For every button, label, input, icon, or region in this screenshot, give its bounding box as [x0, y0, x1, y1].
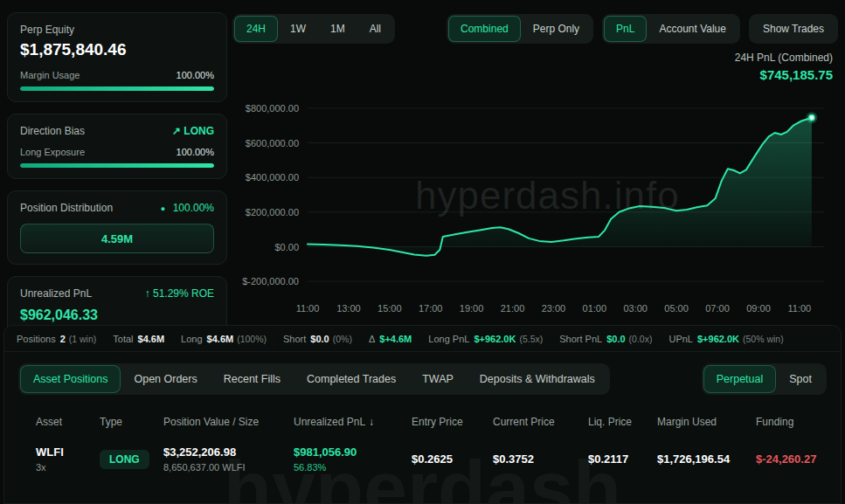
tab-spot[interactable]: Spot — [777, 366, 824, 392]
svg-text:09:00: 09:00 — [746, 303, 771, 314]
account-value-view-button[interactable]: Account Value — [648, 17, 738, 41]
cell-funding: $-24,260.27 — [756, 452, 841, 466]
stat-long: Long$4.6M(100%) — [181, 334, 267, 344]
position-distribution-box[interactable]: 4.59M — [20, 224, 214, 253]
svg-text:01:00: 01:00 — [583, 303, 607, 314]
tab-open-orders[interactable]: Open Orders — [121, 366, 209, 392]
perp-only-button[interactable]: Perp Only — [522, 17, 591, 41]
chart-toolbar: 24H 1W 1M All Combined Perp Only PnL Acc… — [232, 7, 838, 44]
header-position-value[interactable]: Position Value / Size — [163, 416, 294, 428]
positions-table: Asset Type Position Value / Size Unreali… — [4, 416, 841, 473]
chart-canvas: $-200,000.00$0.00$200,000.00$400,000.00$… — [232, 84, 838, 321]
svg-text:03:00: 03:00 — [623, 303, 648, 314]
stat-long-pnl: Long PnL$+962.0K(5.5x) — [428, 334, 543, 344]
unrealized-pnl-value: $962,046.33 — [20, 307, 214, 323]
range-1m-button[interactable]: 1M — [319, 17, 357, 41]
chart-header: 24H PnL (Combined) $745,185.75 — [232, 44, 838, 84]
svg-text:19:00: 19:00 — [460, 303, 484, 314]
show-trades-group: Show Trades — [749, 14, 838, 44]
cell-liq-price: $0.2117 — [588, 452, 657, 466]
long-badge: LONG — [100, 450, 149, 469]
chart-title: 24H PnL (Combined) — [232, 52, 833, 64]
market-type-group: Perpetual Spot — [702, 363, 827, 395]
range-24h-button[interactable]: 24H — [235, 17, 277, 41]
header-liq-price[interactable]: Liq. Price — [588, 416, 657, 428]
positions-panel: hyperdash Positions2(1 win) Total$4.6M L… — [3, 325, 842, 504]
long-exposure-value: 100.00% — [177, 147, 214, 157]
svg-text:$-200,000.00: $-200,000.00 — [242, 276, 299, 287]
header-funding[interactable]: Funding — [756, 416, 841, 428]
position-distribution-value: 100.00% — [173, 202, 214, 214]
distribution-dot-icon: ● — [161, 204, 165, 213]
cell-current-price: $0.3752 — [493, 452, 588, 466]
stat-delta: Δ$+4.6M — [369, 334, 412, 344]
header-asset[interactable]: Asset — [36, 416, 100, 428]
time-range-group: 24H 1W 1M All — [232, 14, 395, 44]
margin-usage-bar — [20, 86, 214, 91]
header-margin-used[interactable]: Margin Used — [657, 416, 756, 428]
stat-total: Total$4.6M — [113, 334, 164, 344]
unrealized-pnl-label: Unrealized PnL — [20, 287, 92, 300]
direction-bias-label: Direction Bias — [20, 125, 85, 137]
svg-text:$600,000.00: $600,000.00 — [246, 138, 299, 148]
pnl-chart-panel: 24H 1W 1M All Combined Perp Only PnL Acc… — [232, 7, 838, 321]
perp-equity-value: $1,875,840.46 — [20, 40, 214, 59]
header-unrealized-pnl[interactable]: Unrealized PnL↓ — [294, 416, 412, 428]
svg-text:05:00: 05:00 — [664, 303, 689, 314]
svg-text:17:00: 17:00 — [419, 303, 443, 314]
account-summary-sidebar: Perp Equity $1,875,840.46 Margin Usage 1… — [7, 12, 227, 335]
tab-completed-trades[interactable]: Completed Trades — [294, 366, 408, 392]
svg-text:11:00: 11:00 — [788, 303, 812, 314]
stat-upnl: UPnL$+962.0K(50% win) — [668, 334, 783, 344]
header-type[interactable]: Type — [100, 416, 163, 428]
tab-twap[interactable]: TWAP — [410, 366, 466, 392]
long-exposure-label: Long Exposure — [20, 147, 85, 157]
tab-deposits-withdrawals[interactable]: Deposits & Withdrawals — [468, 366, 607, 392]
cell-margin-used: $1,726,196.54 — [657, 452, 756, 466]
perp-equity-card: Perp Equity $1,875,840.46 Margin Usage 1… — [7, 12, 227, 102]
sort-desc-icon: ↓ — [369, 416, 374, 428]
cell-type: LONG — [100, 450, 163, 469]
positions-table-header: Asset Type Position Value / Size Unreali… — [36, 416, 841, 428]
chart-current-value: $745,185.75 — [232, 67, 833, 82]
table-row[interactable]: WLFI 3x LONG $3,252,206.98 8,650,637.00 … — [36, 445, 841, 473]
asset-leverage: 3x — [36, 462, 100, 473]
trend-up-icon: ↗ — [172, 125, 181, 137]
svg-text:07:00: 07:00 — [705, 303, 730, 314]
svg-text:$200,000.00: $200,000.00 — [246, 207, 299, 217]
tab-recent-fills[interactable]: Recent Fills — [211, 366, 293, 392]
header-entry-price[interactable]: Entry Price — [412, 416, 493, 428]
range-1w-button[interactable]: 1W — [279, 17, 317, 41]
portfolio-stats-bar: Positions2(1 win) Total$4.6M Long$4.6M(1… — [4, 326, 841, 352]
unrealized-pnl-roe: ↑ 51.29% ROE — [145, 287, 214, 300]
svg-text:$400,000.00: $400,000.00 — [246, 172, 299, 183]
svg-text:21:00: 21:00 — [501, 303, 525, 314]
range-all-button[interactable]: All — [358, 17, 392, 41]
cell-asset: WLFI 3x — [36, 445, 100, 473]
view-mode-group: PnL Account Value — [602, 14, 740, 44]
tab-perpetual[interactable]: Perpetual — [704, 366, 776, 392]
perp-equity-label: Perp Equity — [20, 24, 214, 36]
margin-usage-label: Margin Usage — [20, 70, 80, 80]
stat-positions: Positions2(1 win) — [17, 334, 96, 344]
combine-mode-group: Combined Perp Only — [447, 14, 593, 44]
svg-text:$0.00: $0.00 — [274, 242, 299, 252]
long-exposure-bar-fill — [20, 163, 214, 168]
stat-short-pnl: Short PnL$0.0(0.0x) — [559, 334, 652, 344]
margin-usage-value: 100.00% — [177, 70, 214, 80]
show-trades-button[interactable]: Show Trades — [751, 17, 835, 41]
svg-text:23:00: 23:00 — [542, 303, 566, 314]
svg-text:$800,000.00: $800,000.00 — [246, 103, 299, 114]
asset-symbol: WLFI — [36, 445, 100, 459]
pnl-view-button[interactable]: PnL — [605, 17, 646, 41]
long-exposure-bar — [20, 163, 214, 168]
cell-position-value: $3,252,206.98 8,650,637.00 WLFI — [163, 445, 294, 473]
svg-text:13:00: 13:00 — [336, 303, 361, 314]
tab-asset-positions[interactable]: Asset Positions — [21, 366, 120, 392]
cell-unrealized-pnl: $981,056.90 56.83% — [294, 445, 412, 473]
header-current-price[interactable]: Current Price — [493, 416, 588, 428]
combined-button[interactable]: Combined — [449, 17, 520, 41]
positions-tabs-group: Asset Positions Open Orders Recent Fills… — [18, 363, 610, 395]
position-distribution-box-value: 4.59M — [101, 232, 133, 245]
direction-bias-value: LONG — [184, 125, 214, 137]
